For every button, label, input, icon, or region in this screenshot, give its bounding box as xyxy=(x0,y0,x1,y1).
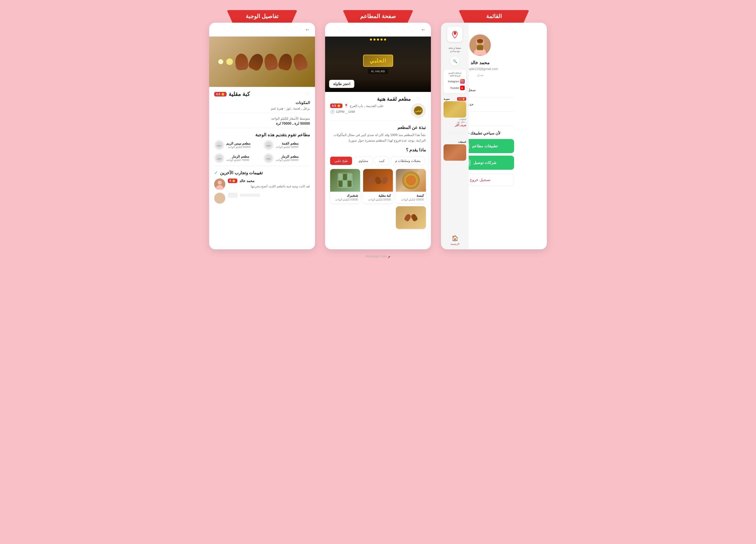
restaurant-1-logo: مطعم xyxy=(264,140,274,150)
watermark-logo: م xyxy=(388,255,390,258)
cat-tab-mashawi[interactable]: مشاوي xyxy=(354,157,372,165)
svg-rect-8 xyxy=(477,45,483,50)
instagram-label: Instagram xyxy=(448,80,459,83)
restaurant-4-price: 70000 للكيلو الواحد xyxy=(226,159,249,162)
hero-lights xyxy=(370,39,386,41)
restaurant-1-name: مطعم القمة xyxy=(276,142,299,145)
ingredients-title: المكونات xyxy=(214,101,310,105)
cat-tab-halabi[interactable]: طبخ حلبي xyxy=(330,157,352,165)
divider-4 xyxy=(214,166,310,166)
kabsa-name: كبسة xyxy=(398,194,424,198)
svg-rect-2 xyxy=(461,80,464,83)
favorite-heart-icon[interactable]: ♡ xyxy=(416,96,421,102)
restaurants-section-title: مطاعم تقوم بتقديم هذه الوجبة xyxy=(214,132,310,138)
location-pin-icon: 📍 xyxy=(344,104,348,108)
about-title: نبذة عن المطعم xyxy=(330,125,426,130)
reviews-icon: ✓ xyxy=(214,170,218,176)
location-row: حلب القديمة ـ باب الفرح 📍 ⭐ 4.5 xyxy=(330,104,411,108)
svg-text:الحلبي: الحلبي xyxy=(415,110,422,112)
dish-heart-icon[interactable]: ♡ xyxy=(305,91,310,97)
shishbarak-name: ششبرك xyxy=(332,194,358,198)
sidebar-instagram-link[interactable]: Instagram xyxy=(445,78,465,85)
watermark: م mostaql.com xyxy=(366,255,390,258)
food-card-extra[interactable] xyxy=(396,206,426,229)
restaurant-item-4[interactable]: مطعم الزمار 70000 للكيلو الواحد مطعم xyxy=(214,153,261,163)
food-items-grid: كبسة 50000 للكيلو الواحد كبة مقلية xyxy=(330,169,426,233)
reviewer-name: محمد خالد xyxy=(239,179,255,183)
screens-container: القائمة 5 خطط لرحلتك مع سياحي 🔍 xyxy=(202,10,554,249)
svg-point-10 xyxy=(477,39,483,43)
kabsa-info: كبسة 50000 للكيلو الواحد xyxy=(396,192,426,203)
sidebar-youtube-link[interactable]: ▶ Youtube xyxy=(445,85,465,91)
instagram-icon xyxy=(460,79,465,84)
dish-phone-screen: ← xyxy=(209,23,315,249)
restaurant-item-1[interactable]: مطعم القمة 50000 للكيلو الواحد مطعم xyxy=(264,140,310,150)
restaurant-screen-label: صفحة المطاعم xyxy=(343,10,413,23)
svg-text:5: 5 xyxy=(453,32,454,35)
restaurant-item-2[interactable]: مطعم ميس الريم 65000 للكيلو الواحد مطعم xyxy=(214,140,261,150)
restaurant-info-section: ♡ الحلبي مطعم لقمة هنية حلب القديمة ـ با… xyxy=(325,92,431,237)
know-more-link[interactable]: تعرف أكثر xyxy=(444,124,466,127)
restaurant-3-name: مطعم الزمار xyxy=(276,155,299,159)
dish-name: كبة مقلية xyxy=(229,91,250,98)
restaurant-name-section: مطعم لقمة هنية حلب القديمة ـ باب الفرح 📍… xyxy=(330,96,411,114)
menu-screen-label: القائمة xyxy=(459,10,529,23)
dish-screen-label: تفاصيل الوجبة xyxy=(227,10,297,23)
dish-rating-badge: ⭐ 4.5 xyxy=(214,92,227,97)
sidebar: 5 خطط لرحلتك مع سياحي 🔍 لمشاهدة الفيديو … xyxy=(441,23,469,249)
sidebar-food-section-2: المقبلات xyxy=(444,139,466,161)
kibbeh-info: كبة مقلية 50000 للكيلو الواحد xyxy=(363,192,393,203)
reviewer-avatar xyxy=(214,179,225,190)
svg-point-3 xyxy=(462,81,463,82)
kabsa-image xyxy=(396,169,426,192)
restaurants-grid: مطعم القمة 50000 للكيلو الواحد مطعم مطعم… xyxy=(214,140,310,163)
dish-info-section: ♡ كبة مقلية ⭐ 4.5 المكونات برغل ـ لحمة ـ… xyxy=(209,87,315,213)
dish-hero-image xyxy=(209,37,315,87)
reserve-table-btn[interactable]: احجز طاولة xyxy=(329,80,354,88)
divider-1 xyxy=(330,121,426,121)
cat-tab-salads[interactable]: مقبلات وسلطات م xyxy=(391,157,425,165)
menu-phone-screen: 5 خطط لرحلتك مع سياحي 🔍 لمشاهدة الفيديو … xyxy=(441,23,547,249)
delivery-label: شركات توصيل xyxy=(473,161,496,165)
food-card-kibbeh[interactable]: كبة مقلية 50000 للكيلو الواحد xyxy=(363,169,393,203)
restaurant-hero-image: الحلبي AL HALABI احجز طاولة xyxy=(325,37,431,92)
profile-edit-link[interactable]: تعديل xyxy=(477,73,484,77)
reviewer-2-avatar-placeholder xyxy=(214,193,225,204)
review-item-2 xyxy=(214,193,310,204)
dish-star-icon: ⭐ xyxy=(221,92,225,96)
restaurant-3-info: مطعم الزمار 50000 للكيلو الواحد xyxy=(276,155,299,162)
price-label: متوسط الأسعار للكيلو الواحد xyxy=(214,117,310,120)
food-card-kabsa[interactable]: كبسة 50000 للكيلو الواحد xyxy=(396,169,426,203)
menu-screen-wrapper: القائمة 5 خطط لرحلتك مع سياحي 🔍 xyxy=(441,10,547,249)
sidebar-tagline: خطط لرحلتك مع سياحي xyxy=(447,47,463,53)
shishbarak-price: 50000 للكيلو الواحد xyxy=(332,198,358,201)
restaurants-apps-label: تطبيقات مطاعم xyxy=(472,144,497,148)
sidebar-divider xyxy=(445,133,464,133)
svg-text:مطعم: مطعم xyxy=(217,145,222,147)
youtube-label: Youtube xyxy=(450,87,459,89)
ingredients-section: المكونات برغل ـ لحمة ـ لوز - هبرة غنم xyxy=(214,101,310,110)
restaurant-1-price: 50000 للكيلو الواحد xyxy=(276,145,299,149)
dish-title-row: ♡ كبة مقلية ⭐ 4.5 xyxy=(214,91,310,98)
back-arrow[interactable]: ← xyxy=(421,27,426,33)
review-rating: 5 xyxy=(230,179,231,183)
extra-food-image xyxy=(396,206,426,229)
restaurant-3-logo: مطعم xyxy=(264,153,274,163)
sidebar-search-btn[interactable]: 🔍 xyxy=(450,57,459,66)
restaurants-section: مطاعم تقوم بتقديم هذه الوجبة مطعم القمة … xyxy=(214,132,310,163)
restaurant-item-3[interactable]: مطعم الزمار 50000 للكيلو الواحد مطعم xyxy=(264,153,310,163)
food2-name: المقبلات xyxy=(458,141,466,143)
about-text: نشأ هذا المطعم منذ 1999 وقد كان له صدى ك… xyxy=(330,132,426,143)
cat-tab-kyb[interactable]: كيب xyxy=(374,157,389,165)
kibbeh-price: 50000 للكيلو الواحد xyxy=(365,198,391,201)
restaurant-3-price: 50000 للكيلو الواحد xyxy=(276,159,299,162)
sidebar-home[interactable]: 🏠 الرئيسية xyxy=(451,235,459,245)
shishbarak-image xyxy=(330,169,360,192)
kibbeh-name: كبة مقلية xyxy=(365,194,391,198)
restaurant-screen-wrapper: صفحة المطاعم ← الحلبي AL HALABI xyxy=(325,10,431,249)
dish-rating-value: 4.5 xyxy=(216,92,220,96)
hours-text: 12PM _ 1AM xyxy=(336,110,355,114)
dish-back-arrow[interactable]: ← xyxy=(305,27,310,33)
food-card-shishbarak[interactable]: ششبرك 50000 للكيلو الواحد xyxy=(330,169,360,203)
food-rating-badge: ⭐4.5 xyxy=(457,97,466,101)
